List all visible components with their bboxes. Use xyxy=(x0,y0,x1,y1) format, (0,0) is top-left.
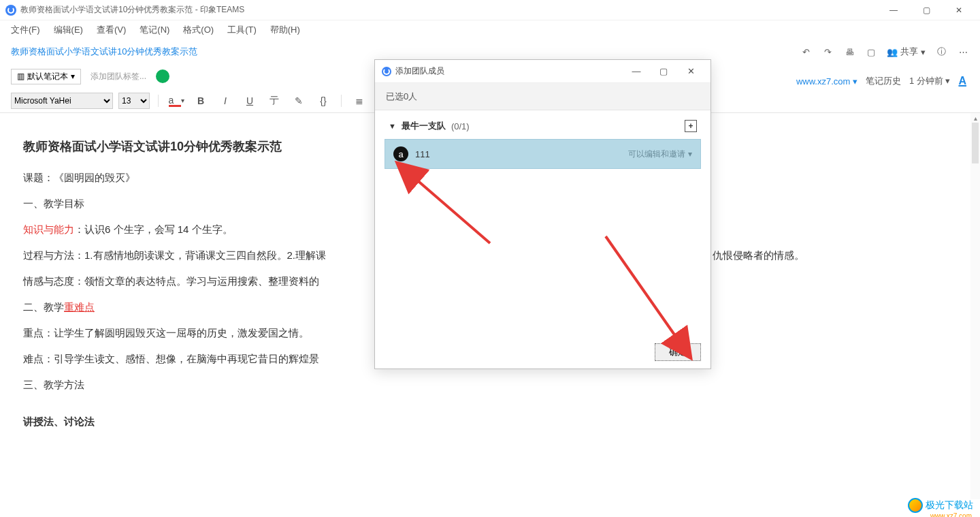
dialog-titlebar: 添加团队成员 — ▢ ✕ xyxy=(375,60,710,83)
chevron-down-icon: ▾ xyxy=(945,76,950,86)
note-meta: www.xz7.com ▾ 笔记历史 1 分钟前 ▾ A xyxy=(796,75,966,87)
window-controls: — ▢ ✕ xyxy=(878,0,975,20)
chevron-down-icon: ▾ xyxy=(71,72,75,81)
chevron-down-icon: ▾ xyxy=(921,47,926,57)
notebook-icon: ▥ xyxy=(17,72,24,81)
menu-note[interactable]: 笔记(N) xyxy=(133,21,176,39)
site-text: www.xz7.com xyxy=(796,76,850,87)
shield-icon[interactable] xyxy=(156,69,169,83)
text-style-indicator[interactable]: A xyxy=(958,75,966,87)
red-text: 知识与能力 xyxy=(23,223,74,235)
dialog-controls: — ▢ ✕ xyxy=(623,62,704,81)
highlight-button[interactable]: ✎ xyxy=(289,93,308,109)
font-size-select[interactable]: 13 xyxy=(118,93,150,109)
close-button[interactable]: ✕ xyxy=(943,0,975,20)
team-name: 最牛一支队 xyxy=(402,120,446,132)
menu-view[interactable]: 查看(V) xyxy=(90,21,133,39)
code-block-button[interactable]: {} xyxy=(314,93,333,109)
notebook-selector[interactable]: ▥ 默认笔记本 ▾ xyxy=(11,69,81,84)
scroll-up-icon[interactable]: ▴ xyxy=(970,113,980,123)
dialog-minimize-button[interactable]: — xyxy=(623,62,649,81)
people-icon: 👥 xyxy=(887,47,898,57)
doc-methods: 讲授法、讨论法 xyxy=(23,409,957,434)
breadcrumb-link[interactable]: 教师资格面试小学语文试讲10分钟优秀教案示范 xyxy=(11,46,197,58)
watermark-logo-icon xyxy=(908,498,923,513)
menu-help[interactable]: 帮助(H) xyxy=(263,21,307,39)
notebook-label: 默认笔记本 xyxy=(27,71,68,82)
separator xyxy=(341,95,342,107)
text: 过程与方法：1.有感情地朗读课文，背诵课文三四自然段。2.理解课 xyxy=(23,249,326,261)
text: 二、教学 xyxy=(23,301,64,313)
bullet-list-button[interactable]: ≣ xyxy=(350,93,369,109)
print-icon[interactable]: 🖶 xyxy=(843,46,855,58)
font-name-select[interactable]: Microsoft YaHei xyxy=(11,93,113,109)
underline-button[interactable]: U xyxy=(240,93,259,109)
team-count: (0/1) xyxy=(451,121,470,131)
team-header[interactable]: ▼ 最牛一支队 (0/1) + xyxy=(385,117,701,135)
permission-selector[interactable]: 可以编辑和邀请 ▾ xyxy=(628,148,692,160)
window-titlebar: 教师资格面试小学语文试讲10分钟优秀教案示范 - 印象TEAMS — ▢ ✕ xyxy=(0,0,980,20)
bold-button[interactable]: B xyxy=(191,93,210,109)
add-team-member-dialog: 添加团队成员 — ▢ ✕ 已选0人 ▼ 最牛一支队 (0/1) + a 111 … xyxy=(374,59,711,369)
app-icon xyxy=(382,67,391,76)
menu-edit[interactable]: 编辑(E) xyxy=(47,21,90,39)
maximize-button[interactable]: ▢ xyxy=(911,0,942,20)
doc-section-3: 三、教学方法 xyxy=(23,373,957,397)
member-name: 111 xyxy=(415,149,430,159)
vertical-scrollbar[interactable]: ▴ xyxy=(970,113,980,499)
add-member-icon[interactable]: + xyxy=(685,120,697,132)
watermark-url: www.xz7.com xyxy=(930,512,972,517)
chevron-down-icon: ▾ xyxy=(853,76,858,87)
menu-tools[interactable]: 工具(T) xyxy=(220,21,263,39)
present-icon[interactable]: ▢ xyxy=(865,46,877,58)
separator xyxy=(158,95,159,107)
font-color-button[interactable]: a ▾ xyxy=(167,93,186,109)
share-label: 共享 xyxy=(900,46,918,58)
redo-icon[interactable]: ↷ xyxy=(821,46,834,58)
site-link[interactable]: www.xz7.com ▾ xyxy=(796,76,858,87)
watermark-name: 极光下载站 xyxy=(926,499,973,512)
undo-icon[interactable]: ↶ xyxy=(800,46,812,58)
avatar: a xyxy=(393,146,408,161)
italic-button[interactable]: I xyxy=(216,93,235,109)
info-icon[interactable]: ⓘ xyxy=(935,46,947,58)
member-row[interactable]: a 111 可以编辑和邀请 ▾ xyxy=(385,139,701,169)
dialog-close-button[interactable]: ✕ xyxy=(678,62,704,81)
app-icon xyxy=(5,5,16,16)
dialog-body: ▼ 最牛一支队 (0/1) + a 111 可以编辑和邀请 ▾ xyxy=(375,110,710,336)
chevron-down-icon: ▾ xyxy=(688,149,692,159)
red-text: 重难点 xyxy=(64,301,95,313)
more-icon[interactable]: ⋯ xyxy=(957,46,969,58)
collapse-arrow-icon: ▼ xyxy=(389,122,396,130)
ok-button[interactable]: 确定 xyxy=(655,343,701,361)
dialog-selected-count: 已选0人 xyxy=(375,83,710,110)
dialog-title: 添加团队成员 xyxy=(395,65,444,77)
note-updated[interactable]: 1 分钟前 ▾ xyxy=(909,75,950,87)
minimize-button[interactable]: — xyxy=(878,0,909,20)
text: ：认识6 个生字，会写 14 个生字。 xyxy=(74,223,233,235)
menu-format[interactable]: 格式(O) xyxy=(176,21,220,39)
permission-label: 可以编辑和邀请 xyxy=(628,148,685,160)
watermark: 极光下载站 xyxy=(908,498,973,513)
add-team-tag[interactable]: 添加团队标签... xyxy=(91,71,146,82)
main-menu-bar: 文件(F) 编辑(E) 查看(V) 笔记(N) 格式(O) 工具(T) 帮助(H… xyxy=(0,20,980,40)
dialog-footer: 确定 xyxy=(375,336,710,369)
share-button[interactable]: 👥 共享 ▾ xyxy=(887,46,926,58)
window-title: 教师资格面试小学语文试讲10分钟优秀教案示范 - 印象TEAMS xyxy=(20,4,244,16)
dialog-maximize-button[interactable]: ▢ xyxy=(651,62,676,81)
menu-file[interactable]: 文件(F) xyxy=(4,21,47,39)
clear-format-button[interactable]: 亍 xyxy=(265,93,284,109)
updated-text: 1 分钟前 xyxy=(909,76,943,86)
note-history[interactable]: 笔记历史 xyxy=(866,75,901,87)
top-right-toolbar: ↶ ↷ 🖶 ▢ 👥 共享 ▾ ⓘ ⋯ xyxy=(800,46,969,58)
color-letter: a xyxy=(169,95,174,106)
scroll-thumb[interactable] xyxy=(972,123,979,163)
